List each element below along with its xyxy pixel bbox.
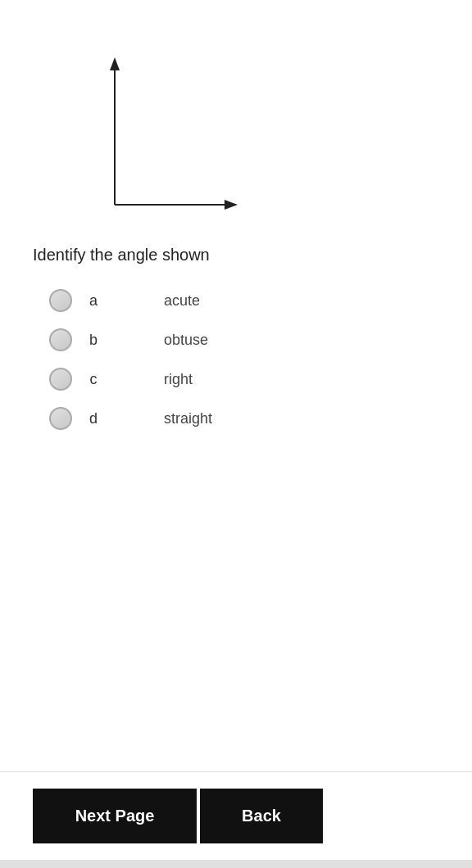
diagram-container <box>33 25 439 246</box>
option-letter-a: a <box>85 292 102 310</box>
option-row-c[interactable]: c right <box>49 368 439 391</box>
option-label-a: acute <box>164 292 200 310</box>
radio-a[interactable] <box>49 289 72 312</box>
angle-diagram <box>57 41 238 221</box>
option-label-c: right <box>164 371 193 388</box>
svg-marker-3 <box>225 200 238 210</box>
option-row-d[interactable]: d straight <box>49 407 439 430</box>
option-label-b: obtuse <box>164 332 208 349</box>
radio-d[interactable] <box>49 407 72 430</box>
svg-marker-1 <box>110 57 120 70</box>
option-letter-d: d <box>85 410 102 427</box>
radio-c[interactable] <box>49 368 72 391</box>
option-letter-b: b <box>85 332 102 349</box>
option-row-a[interactable]: a acute <box>49 289 439 312</box>
option-label-d: straight <box>164 410 212 427</box>
question-text: Identify the angle shown <box>33 246 439 264</box>
next-page-button[interactable]: Next Page <box>33 789 197 843</box>
main-content: Identify the angle shown a acute b obtus… <box>0 0 472 739</box>
bottom-bar <box>0 860 472 868</box>
option-letter-c: c <box>85 371 102 388</box>
footer-buttons: Next Page Back <box>0 772 472 860</box>
options-list: a acute b obtuse c right d straight <box>49 289 439 430</box>
radio-b[interactable] <box>49 328 72 351</box>
back-button[interactable]: Back <box>200 789 323 843</box>
option-row-b[interactable]: b obtuse <box>49 328 439 351</box>
